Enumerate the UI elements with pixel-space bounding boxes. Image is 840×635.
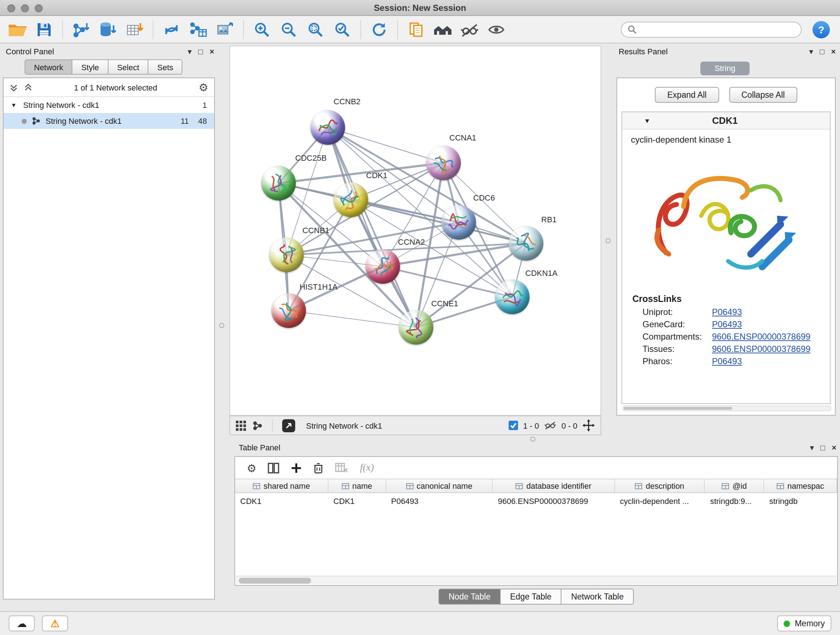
selected-checkbox-icon[interactable] [508, 421, 518, 430]
warnings-button[interactable]: ⚠ [42, 616, 68, 631]
network-node-ccnb2[interactable] [310, 110, 345, 145]
hide-glasses-button[interactable] [458, 18, 481, 41]
memory-button[interactable]: Memory [777, 616, 831, 631]
right-splitter-handle[interactable] [606, 238, 611, 243]
network-node-cdk1[interactable] [333, 182, 368, 217]
delete-trash-icon[interactable] [314, 462, 324, 473]
expand-all-icon[interactable] [24, 83, 33, 92]
tab-node-table[interactable]: Node Table [439, 589, 501, 605]
table-row[interactable]: CDK1CDK1P064939606.ENSP00000378699cyclin… [235, 494, 837, 508]
network-node-cdc6[interactable] [441, 205, 476, 240]
collapse-all-button[interactable]: Collapse All [729, 87, 797, 103]
tree-caret-icon[interactable]: ▼ [11, 102, 18, 108]
network-share-icon[interactable] [253, 420, 263, 431]
results-horizontal-scrollbar[interactable] [622, 405, 831, 411]
network-node-cdkn1a[interactable] [495, 279, 530, 314]
network-node-ccne1[interactable] [399, 310, 433, 345]
refresh-view-button[interactable] [368, 18, 391, 41]
float-panel-icon[interactable]: □ [198, 47, 203, 56]
collapse-all-icon[interactable] [9, 83, 18, 92]
move-crosshair-icon[interactable] [583, 419, 595, 432]
column-header-canonical-name[interactable]: canonical name [386, 479, 493, 492]
zoom-selected-button[interactable] [331, 18, 354, 41]
clone-network-button[interactable] [187, 18, 210, 41]
crosslink-link-pharos[interactable]: P06493 [712, 356, 742, 366]
home-view-button[interactable] [431, 18, 454, 41]
network-node-cdc25b[interactable] [261, 166, 296, 201]
hidden-glasses-icon[interactable] [544, 421, 556, 430]
protein-name: CDK1 [651, 115, 799, 126]
tab-sets[interactable]: Sets [149, 59, 183, 74]
search-input[interactable] [641, 25, 795, 34]
detach-view-button[interactable] [282, 419, 295, 432]
network-node-ccna1[interactable] [426, 146, 461, 180]
save-session-button[interactable] [33, 18, 56, 41]
show-eye-button[interactable] [485, 18, 508, 41]
collapse-panel-icon[interactable]: ▾ [810, 443, 814, 452]
zoom-fit-button[interactable] [304, 18, 327, 41]
crosslink-label: Pharos: [643, 356, 712, 366]
table-horizontal-scrollbar[interactable] [236, 576, 836, 584]
protein-card-header[interactable]: ▼ CDK1 [622, 112, 830, 130]
crosslink-link-tissues[interactable]: 9606.ENSP00000378699 [712, 344, 810, 354]
close-panel-icon[interactable]: × [831, 47, 836, 56]
import-network-file-button[interactable] [69, 18, 93, 41]
crosslink-link-uniprot[interactable]: P06493 [712, 307, 742, 317]
add-column-plus-icon[interactable] [291, 462, 302, 473]
network-collection-row[interactable]: ▼ String Network - cdk1 1 [4, 97, 214, 113]
column-header-database-identifier[interactable]: database identifier [493, 479, 615, 492]
copy-document-button[interactable] [404, 18, 428, 41]
network-canvas[interactable]: CCNB2CCNA1CDC25BCDK1CDC6RB1CCNB1CCNA2CDK… [229, 46, 601, 416]
crosslink-link-compartments[interactable]: 9606.ENSP00000378699 [712, 332, 810, 342]
network-node-ccnb1[interactable] [269, 238, 304, 272]
zoom-in-button[interactable] [250, 18, 273, 41]
grid-view-icon[interactable] [236, 420, 246, 431]
open-session-button[interactable] [6, 18, 29, 41]
import-network-database-button[interactable] [96, 18, 119, 41]
column-header-description[interactable]: description [615, 479, 705, 492]
bottom-splitter-handle[interactable] [531, 437, 535, 442]
tab-select[interactable]: Select [109, 59, 149, 74]
close-panel-icon[interactable]: × [210, 47, 214, 56]
memory-label: Memory [795, 619, 825, 628]
save-icon [35, 21, 53, 38]
collapse-panel-icon[interactable]: ▾ [188, 47, 192, 56]
column-header-name[interactable]: name [328, 479, 386, 492]
network-table-icon [189, 21, 208, 38]
tab-string[interactable]: String [700, 62, 750, 75]
network-node-rb1[interactable] [508, 226, 543, 261]
minimize-window-button[interactable] [21, 4, 29, 12]
help-button[interactable]: ? [813, 21, 830, 38]
float-panel-icon[interactable]: □ [821, 443, 825, 452]
float-panel-icon[interactable]: □ [820, 47, 824, 56]
zoom-window-button[interactable] [35, 4, 43, 12]
column-header-shared-name[interactable]: shared name [235, 479, 328, 492]
tab-style[interactable]: Style [73, 59, 109, 74]
import-table-button[interactable] [123, 18, 146, 41]
new-network-from-selection-button[interactable] [160, 18, 183, 41]
table-settings-gear-icon[interactable]: ⚙ [247, 462, 256, 473]
left-splitter-handle[interactable] [219, 323, 224, 328]
cloud-button[interactable]: ☁ [9, 616, 35, 631]
column-header-id[interactable]: @id [705, 479, 764, 492]
close-window-button[interactable] [7, 4, 15, 12]
collapse-caret-icon[interactable]: ▼ [644, 117, 651, 124]
gear-icon[interactable]: ⚙ [199, 82, 208, 93]
protein-details-card: ▼ CDK1 cyclin-dependent kinase 1 [622, 111, 831, 404]
tab-network[interactable]: Network [25, 59, 73, 74]
tab-edge-table[interactable]: Edge Table [501, 589, 562, 605]
export-image-button[interactable] [213, 18, 237, 41]
collapse-panel-icon[interactable]: ▾ [809, 47, 813, 56]
zoom-out-button[interactable] [277, 18, 300, 41]
close-panel-icon[interactable]: × [832, 443, 836, 452]
tab-network-table[interactable]: Network Table [562, 589, 634, 605]
show-columns-icon[interactable] [268, 462, 279, 473]
function-builder-icon[interactable]: f(x) [360, 462, 374, 473]
expand-all-button[interactable]: Expand All [655, 87, 719, 103]
network-node-hist1h1a[interactable] [271, 293, 306, 328]
refresh-icon [370, 21, 388, 38]
crosslink-link-genecard[interactable]: P06493 [712, 319, 742, 329]
network-row[interactable]: String Network - cdk1 11 48 [4, 113, 214, 129]
network-node-ccna2[interactable] [365, 249, 400, 284]
column-header-namespac[interactable]: namespac [764, 479, 837, 492]
